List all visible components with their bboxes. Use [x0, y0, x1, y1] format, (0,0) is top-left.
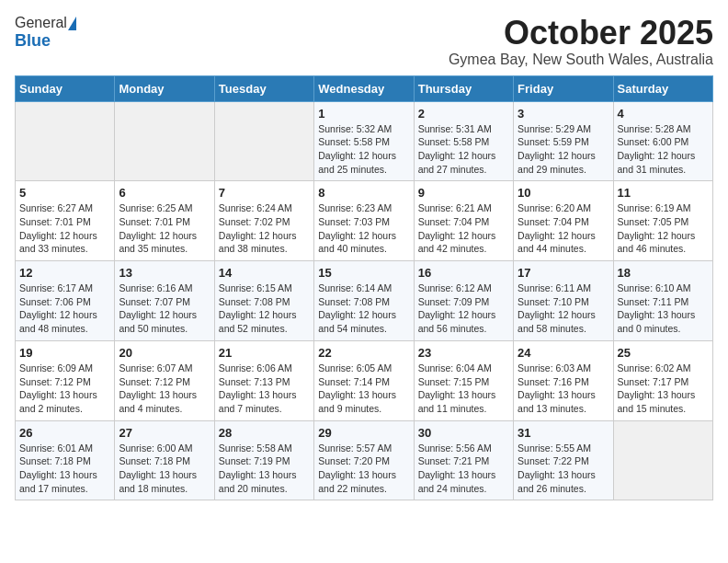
logo-triangle-icon	[68, 17, 76, 30]
day-info: Sunrise: 5:31 AMSunset: 5:58 PMDaylight:…	[418, 122, 509, 177]
calendar-cell: 1Sunrise: 5:32 AMSunset: 5:58 PMDaylight…	[314, 101, 414, 181]
calendar-cell: 27Sunrise: 6:00 AMSunset: 7:18 PMDayligh…	[115, 420, 214, 500]
calendar-cell: 7Sunrise: 6:24 AMSunset: 7:02 PMDaylight…	[214, 181, 313, 261]
header-saturday: Saturday	[613, 75, 712, 101]
day-number: 21	[219, 346, 310, 360]
day-info: Sunrise: 6:27 AMSunset: 7:01 PMDaylight:…	[19, 201, 110, 256]
calendar-cell: 10Sunrise: 6:20 AMSunset: 7:04 PMDayligh…	[514, 181, 613, 261]
calendar-cell	[214, 101, 313, 181]
calendar-body: 1Sunrise: 5:32 AMSunset: 5:58 PMDaylight…	[16, 101, 713, 500]
calendar-cell: 31Sunrise: 5:55 AMSunset: 7:22 PMDayligh…	[514, 420, 613, 500]
day-info: Sunrise: 6:12 AMSunset: 7:09 PMDaylight:…	[418, 282, 509, 336]
day-number: 3	[518, 107, 609, 121]
calendar-cell: 11Sunrise: 6:19 AMSunset: 7:05 PMDayligh…	[613, 181, 712, 261]
calendar-cell: 22Sunrise: 6:05 AMSunset: 7:14 PMDayligh…	[314, 340, 414, 420]
calendar-cell	[16, 101, 115, 181]
day-number: 8	[318, 186, 409, 200]
title-block: October 2025 Gymea Bay, New South Wales,…	[449, 15, 713, 68]
calendar-cell: 29Sunrise: 5:57 AMSunset: 7:20 PMDayligh…	[314, 420, 414, 500]
day-info: Sunrise: 6:25 AMSunset: 7:01 PMDaylight:…	[119, 201, 210, 256]
calendar-cell: 18Sunrise: 6:10 AMSunset: 7:11 PMDayligh…	[613, 261, 712, 341]
calendar-week-1: 5Sunrise: 6:27 AMSunset: 7:01 PMDaylight…	[16, 181, 713, 261]
day-number: 29	[318, 426, 409, 440]
day-number: 22	[318, 346, 409, 360]
day-info: Sunrise: 5:28 AMSunset: 6:00 PMDaylight:…	[618, 122, 709, 177]
calendar-cell	[115, 101, 214, 181]
calendar-cell: 19Sunrise: 6:09 AMSunset: 7:12 PMDayligh…	[16, 340, 115, 420]
day-number: 1	[318, 107, 409, 121]
day-number: 19	[19, 346, 110, 360]
day-number: 18	[618, 266, 709, 280]
day-number: 28	[219, 426, 310, 440]
header-sunday: Sunday	[16, 75, 115, 101]
calendar-cell: 23Sunrise: 6:04 AMSunset: 7:15 PMDayligh…	[414, 340, 513, 420]
day-number: 26	[19, 426, 110, 440]
location-title: Gymea Bay, New South Wales, Australia	[449, 52, 713, 68]
day-info: Sunrise: 6:00 AMSunset: 7:18 PMDaylight:…	[119, 442, 210, 496]
header-row: Sunday Monday Tuesday Wednesday Thursday…	[16, 75, 713, 101]
day-number: 6	[119, 186, 210, 200]
calendar-cell: 25Sunrise: 6:02 AMSunset: 7:17 PMDayligh…	[613, 340, 712, 420]
day-number: 30	[418, 426, 509, 440]
calendar-week-3: 19Sunrise: 6:09 AMSunset: 7:12 PMDayligh…	[16, 340, 713, 420]
day-number: 11	[618, 186, 709, 200]
day-number: 20	[119, 346, 210, 360]
logo-blue-text: Blue	[15, 31, 51, 51]
calendar-week-2: 12Sunrise: 6:17 AMSunset: 7:06 PMDayligh…	[16, 261, 713, 341]
day-info: Sunrise: 6:19 AMSunset: 7:05 PMDaylight:…	[618, 201, 709, 256]
calendar-cell: 26Sunrise: 6:01 AMSunset: 7:18 PMDayligh…	[16, 420, 115, 500]
calendar-cell: 6Sunrise: 6:25 AMSunset: 7:01 PMDaylight…	[115, 181, 214, 261]
day-info: Sunrise: 6:17 AMSunset: 7:06 PMDaylight:…	[19, 282, 110, 336]
day-info: Sunrise: 6:04 AMSunset: 7:15 PMDaylight:…	[418, 362, 509, 416]
day-info: Sunrise: 5:57 AMSunset: 7:20 PMDaylight:…	[318, 442, 409, 496]
calendar-week-0: 1Sunrise: 5:32 AMSunset: 5:58 PMDaylight…	[16, 101, 713, 181]
page-header: General Blue October 2025 Gymea Bay, New…	[15, 15, 713, 68]
day-number: 13	[119, 266, 210, 280]
day-number: 5	[19, 186, 110, 200]
day-info: Sunrise: 6:20 AMSunset: 7:04 PMDaylight:…	[518, 201, 609, 256]
calendar-cell: 9Sunrise: 6:21 AMSunset: 7:04 PMDaylight…	[414, 181, 513, 261]
day-info: Sunrise: 6:06 AMSunset: 7:13 PMDaylight:…	[219, 362, 310, 416]
calendar-cell: 17Sunrise: 6:11 AMSunset: 7:10 PMDayligh…	[514, 261, 613, 341]
day-number: 27	[119, 426, 210, 440]
day-number: 12	[19, 266, 110, 280]
day-info: Sunrise: 6:07 AMSunset: 7:12 PMDaylight:…	[119, 362, 210, 416]
day-number: 14	[219, 266, 310, 280]
day-number: 16	[418, 266, 509, 280]
day-info: Sunrise: 5:55 AMSunset: 7:22 PMDaylight:…	[518, 442, 609, 496]
calendar-cell: 16Sunrise: 6:12 AMSunset: 7:09 PMDayligh…	[414, 261, 513, 341]
calendar-cell: 28Sunrise: 5:58 AMSunset: 7:19 PMDayligh…	[214, 420, 313, 500]
header-wednesday: Wednesday	[314, 75, 414, 101]
header-thursday: Thursday	[414, 75, 513, 101]
calendar-cell	[613, 420, 712, 500]
calendar-cell: 3Sunrise: 5:29 AMSunset: 5:59 PMDaylight…	[514, 101, 613, 181]
day-info: Sunrise: 6:11 AMSunset: 7:10 PMDaylight:…	[518, 282, 609, 336]
day-info: Sunrise: 6:23 AMSunset: 7:03 PMDaylight:…	[318, 201, 409, 256]
day-number: 4	[618, 107, 709, 121]
calendar-cell: 2Sunrise: 5:31 AMSunset: 5:58 PMDaylight…	[414, 101, 513, 181]
day-info: Sunrise: 6:14 AMSunset: 7:08 PMDaylight:…	[318, 282, 409, 336]
day-info: Sunrise: 6:01 AMSunset: 7:18 PMDaylight:…	[19, 442, 110, 496]
calendar-cell: 21Sunrise: 6:06 AMSunset: 7:13 PMDayligh…	[214, 340, 313, 420]
calendar-cell: 30Sunrise: 5:56 AMSunset: 7:21 PMDayligh…	[414, 420, 513, 500]
day-info: Sunrise: 5:32 AMSunset: 5:58 PMDaylight:…	[318, 122, 409, 177]
day-info: Sunrise: 6:16 AMSunset: 7:07 PMDaylight:…	[119, 282, 210, 336]
day-info: Sunrise: 6:03 AMSunset: 7:16 PMDaylight:…	[518, 362, 609, 416]
calendar-table: Sunday Monday Tuesday Wednesday Thursday…	[15, 75, 713, 501]
day-info: Sunrise: 6:02 AMSunset: 7:17 PMDaylight:…	[618, 362, 709, 416]
calendar-cell: 4Sunrise: 5:28 AMSunset: 6:00 PMDaylight…	[613, 101, 712, 181]
calendar-cell: 5Sunrise: 6:27 AMSunset: 7:01 PMDaylight…	[16, 181, 115, 261]
logo-general-text: General	[15, 15, 67, 31]
calendar-header: Sunday Monday Tuesday Wednesday Thursday…	[16, 75, 713, 101]
header-friday: Friday	[514, 75, 613, 101]
calendar-cell: 14Sunrise: 6:15 AMSunset: 7:08 PMDayligh…	[214, 261, 313, 341]
month-title: October 2025	[449, 15, 713, 52]
calendar-cell: 20Sunrise: 6:07 AMSunset: 7:12 PMDayligh…	[115, 340, 214, 420]
day-number: 25	[618, 346, 709, 360]
day-number: 17	[518, 266, 609, 280]
day-number: 24	[518, 346, 609, 360]
day-info: Sunrise: 5:29 AMSunset: 5:59 PMDaylight:…	[518, 122, 609, 177]
calendar-cell: 12Sunrise: 6:17 AMSunset: 7:06 PMDayligh…	[16, 261, 115, 341]
day-info: Sunrise: 5:58 AMSunset: 7:19 PMDaylight:…	[219, 442, 310, 496]
header-monday: Monday	[115, 75, 214, 101]
